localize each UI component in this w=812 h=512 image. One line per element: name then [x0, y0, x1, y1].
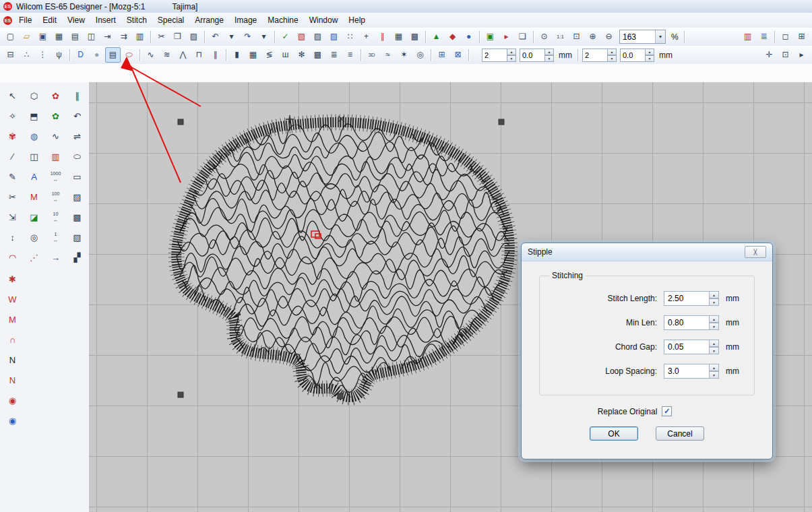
stitch-list-icon[interactable]: ▦	[391, 29, 406, 44]
stitch-length-down-icon[interactable]: ▼	[710, 298, 719, 306]
design-view-icon[interactable]: D	[73, 47, 88, 63]
node-edit-tool[interactable]: ✾	[3, 127, 22, 146]
orbit-blue-tool[interactable]: ◉	[3, 411, 22, 430]
zigzag-tool[interactable]: ∿	[46, 127, 65, 146]
menu-machine[interactable]: Machine	[262, 14, 303, 26]
run-stitch-icon[interactable]: ∿	[143, 47, 158, 63]
scale-1-tool[interactable]: 1 ↔	[46, 228, 65, 247]
process-design-icon[interactable]: ▣	[482, 29, 498, 44]
digitize-fill-tool[interactable]: ✿	[46, 106, 65, 125]
curve-tool[interactable]: ↶	[67, 106, 87, 125]
knife-tool[interactable]: ∕	[3, 147, 22, 166]
reshape-tool[interactable]: ⬡	[24, 86, 44, 105]
dialog-close-icon[interactable]: ╳	[745, 246, 766, 258]
stitch-length-up-icon[interactable]: ▲	[710, 291, 719, 298]
stitch-spacing-down-icon[interactable]: ▼	[507, 55, 516, 62]
select-tool[interactable]: ↖	[3, 86, 22, 105]
grid-snap-icon[interactable]: ⊠	[450, 47, 466, 63]
background-dim-icon[interactable]: ●	[89, 47, 104, 63]
grid-major-icon[interactable]: ⊞	[434, 47, 449, 63]
menu-file[interactable]: File	[13, 14, 37, 26]
digitize-run-tool[interactable]: ✿	[46, 86, 65, 105]
show-stitches-icon[interactable]: ∴	[19, 47, 34, 63]
satin-stitch-icon[interactable]: ▮	[229, 47, 245, 63]
hoop-tool[interactable]: ◎	[24, 228, 44, 247]
dotted-run-tool[interactable]: ⋰	[24, 248, 44, 267]
jump-stitch-tool[interactable]: →	[46, 248, 65, 267]
zoom-level-input[interactable]	[620, 31, 655, 42]
new-design-icon[interactable]: ▢	[3, 29, 18, 44]
triple-run-icon[interactable]: ≋	[159, 47, 175, 63]
globe-tool[interactable]: ◍	[24, 127, 44, 146]
motif-run-icon[interactable]: ⋀	[175, 47, 191, 63]
transform-tool[interactable]: ⬒	[24, 106, 44, 125]
overlap-check-icon[interactable]: ◆	[445, 29, 460, 44]
stitch-bars-icon[interactable]: ∥	[375, 29, 390, 44]
parallel-hatch-tool[interactable]: ∥	[67, 86, 87, 105]
zigzag-stitch-icon[interactable]: ≶	[261, 47, 277, 63]
density-grid-icon[interactable]: ▩	[407, 29, 423, 44]
zoom-in-icon[interactable]: ⊕	[585, 29, 600, 44]
gradient-fill-tool[interactable]: ▧	[67, 228, 87, 247]
print-preview-icon[interactable]: ◫	[84, 29, 99, 44]
zigzag-run-tool[interactable]: W	[3, 290, 22, 309]
zoom-1to1-icon[interactable]: 1:1	[553, 29, 568, 44]
slow-redraw-icon[interactable]: ▸	[499, 29, 514, 44]
pattern-fill-icon[interactable]: ▩	[310, 47, 325, 63]
stitch-spacing-input[interactable]	[482, 49, 507, 62]
copy-icon[interactable]: ❐	[170, 29, 185, 44]
applique-tool[interactable]: ◪	[24, 207, 44, 226]
menu-image[interactable]: Image	[229, 14, 262, 26]
stitch-length-input[interactable]	[664, 291, 710, 306]
menu-window[interactable]: Window	[304, 14, 344, 26]
open-design-icon[interactable]: ▱	[19, 29, 34, 44]
repeat-run-icon[interactable]: ∥	[208, 47, 223, 63]
menu-edit[interactable]: Edit	[37, 14, 62, 26]
dialog-title-bar[interactable]: Stipple ╳	[522, 243, 772, 261]
row-spacing-down-icon[interactable]: ▼	[608, 55, 617, 62]
outline-view-icon[interactable]: ▨	[326, 29, 342, 44]
stitch-length-a-down-icon[interactable]: ▼	[545, 55, 554, 62]
chord-gap-input[interactable]	[664, 340, 710, 354]
zoom-out-icon[interactable]: ⊖	[601, 29, 617, 44]
gallery-icon[interactable]: ❏	[515, 29, 530, 44]
zoom-box-icon[interactable]: ⊡	[569, 29, 584, 44]
jagged-run-tool[interactable]: M	[3, 310, 22, 329]
mirror-tool[interactable]: ⇌	[67, 127, 87, 146]
design-properties-icon[interactable]: ▦	[51, 29, 67, 44]
scale-10-tool[interactable]: 10 ↔	[46, 207, 65, 226]
stitch-length-b-input[interactable]	[620, 49, 646, 62]
redo-button[interactable]: ↷	[240, 29, 255, 44]
insert-stitch-icon[interactable]: +	[358, 29, 374, 44]
design-queue-icon[interactable]: ▥	[132, 29, 148, 44]
pan-tool-icon[interactable]: ✛	[761, 47, 777, 63]
stitch-length-b-up-icon[interactable]: ▲	[646, 49, 654, 55]
contour-fill-icon[interactable]: ≣	[326, 47, 342, 63]
undo-dropdown-icon[interactable]: ▾	[224, 29, 239, 44]
min-len-input[interactable]	[664, 315, 710, 330]
write-to-machine-icon[interactable]: ⇉	[116, 29, 131, 44]
orbit-red-tool[interactable]: ◉	[3, 391, 22, 410]
scale-100-tool[interactable]: 100 ↔	[46, 187, 65, 206]
print-icon[interactable]: ▤	[67, 29, 83, 44]
verify-design-icon[interactable]: ✓	[278, 29, 293, 44]
stitch-length-a-up-icon[interactable]: ▲	[545, 49, 554, 55]
rectangle-tool[interactable]: ▭	[67, 167, 87, 186]
stitch-edit-icon[interactable]: ▨	[310, 29, 325, 44]
oval-tool[interactable]: ⬭	[67, 147, 87, 166]
menu-view[interactable]: View	[62, 14, 90, 26]
loop-spacing-up-icon[interactable]: ▲	[710, 364, 719, 371]
manual-stitch-tool[interactable]: ✱	[3, 269, 22, 288]
save-design-icon[interactable]: ▣	[35, 29, 51, 44]
zoom-to-fit-icon[interactable]: ⊡	[778, 47, 793, 63]
scissors-tool[interactable]: ✂	[3, 187, 22, 206]
min-len-down-icon[interactable]: ▼	[710, 323, 719, 330]
loop-spacing-input[interactable]	[664, 364, 710, 379]
wave-effect-icon[interactable]: ≈	[380, 47, 396, 63]
line-fill-icon[interactable]: ≡	[342, 47, 358, 63]
e-stitch-icon[interactable]: ш	[278, 47, 293, 63]
n-stitch-red-tool[interactable]: N	[3, 371, 22, 389]
loop-spacing-down-icon[interactable]: ▼	[710, 371, 719, 379]
menu-help[interactable]: Help	[343, 14, 371, 26]
cancel-button[interactable]: Cancel	[656, 426, 704, 441]
